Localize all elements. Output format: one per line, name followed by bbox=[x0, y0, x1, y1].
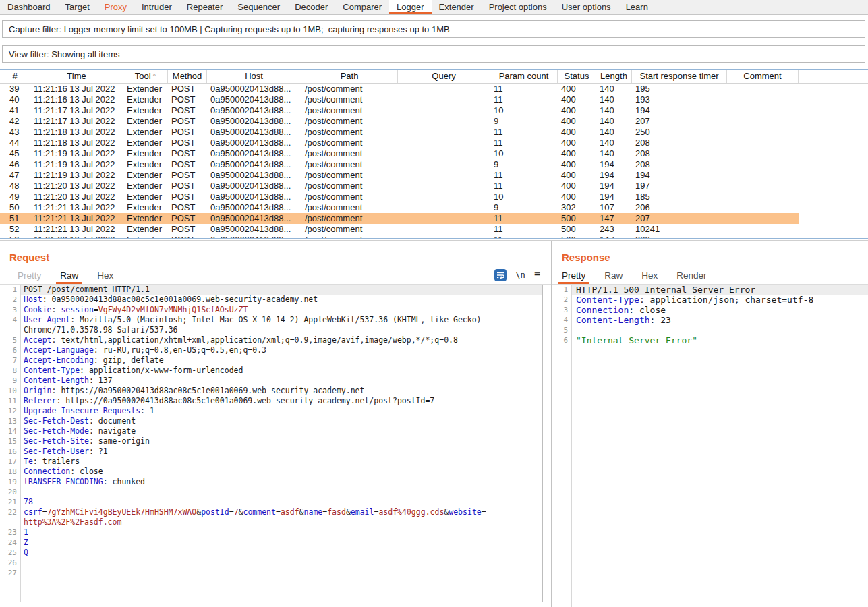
request-editor[interactable]: 1POST /post/comment HTTP/1.12Host: 0a950… bbox=[0, 285, 543, 602]
cell-time: 11:21:17 13 Jul 2022 bbox=[30, 116, 123, 127]
response-tabs: PrettyRawHexRender bbox=[552, 266, 868, 285]
response-tab-raw[interactable]: Raw bbox=[600, 268, 627, 284]
table-row[interactable]: 5011:21:21 13 Jul 2022ExtenderPOST0a9500… bbox=[0, 202, 799, 213]
column-header-path[interactable]: Path bbox=[301, 70, 398, 83]
menu-tab-decoder[interactable]: Decoder bbox=[287, 0, 335, 14]
cell-param_count: 11 bbox=[490, 138, 558, 148]
table-row[interactable]: 5211:21:21 13 Jul 2022ExtenderPOST0a9500… bbox=[0, 224, 799, 235]
request-line: 2178 bbox=[0, 497, 542, 507]
cell-tool: Extender bbox=[123, 94, 168, 105]
word-wrap-icon[interactable] bbox=[494, 269, 507, 281]
cell-comment bbox=[727, 213, 799, 224]
table-row[interactable]: 5311:21:22 13 Jul 2022ExtenderPOST0a9500… bbox=[0, 235, 799, 239]
line-number: 1 bbox=[552, 285, 571, 295]
cell-path: /post/comment bbox=[301, 84, 398, 94]
request-line: 11Referer: https://0a9500020413d88ac08c5… bbox=[0, 396, 542, 406]
menu-tab-comparer[interactable]: Comparer bbox=[335, 0, 389, 14]
menu-tab-proxy[interactable]: Proxy bbox=[97, 0, 134, 14]
cell-timer: 195 bbox=[632, 84, 727, 94]
table-row[interactable]: 4911:21:20 13 Jul 2022ExtenderPOST0a9500… bbox=[0, 192, 799, 202]
column-header-label: Param count bbox=[499, 71, 549, 81]
line-number: 9 bbox=[0, 376, 20, 386]
table-row[interactable]: 4311:21:18 13 Jul 2022ExtenderPOST0a9500… bbox=[0, 127, 799, 138]
table-row[interactable]: 4011:21:16 13 Jul 2022ExtenderPOST0a9500… bbox=[0, 94, 799, 105]
table-row[interactable]: 4511:21:19 13 Jul 2022ExtenderPOST0a9500… bbox=[0, 148, 799, 159]
cell-query bbox=[398, 159, 490, 170]
line-number: 1 bbox=[0, 285, 20, 295]
cell-comment bbox=[727, 235, 799, 239]
request-tab-pretty[interactable]: Pretty bbox=[13, 268, 45, 284]
response-tab-hex[interactable]: Hex bbox=[637, 268, 662, 284]
cell-num: 46 bbox=[0, 159, 30, 170]
menu-tab-user-options[interactable]: User options bbox=[554, 0, 618, 14]
column-header-host[interactable]: Host bbox=[207, 70, 301, 83]
table-row[interactable]: 3911:21:16 13 Jul 2022ExtenderPOST0a9500… bbox=[0, 84, 799, 94]
view-filter-bar[interactable]: View filter: Showing all items bbox=[2, 45, 865, 63]
column-header-label: Time bbox=[67, 71, 86, 81]
request-line: 12Upgrade-Insecure-Requests: 1 bbox=[0, 406, 542, 416]
line-number: 8 bbox=[0, 366, 20, 376]
table-row[interactable]: 5111:21:21 13 Jul 2022ExtenderPOST0a9500… bbox=[0, 213, 799, 224]
cell-host: 0a9500020413d88... bbox=[207, 170, 301, 181]
cell-num: 52 bbox=[0, 224, 30, 235]
response-editor[interactable]: 1HTTP/1.1 500 Internal Server Error2Cont… bbox=[552, 285, 868, 607]
table-row[interactable]: 4111:21:17 13 Jul 2022ExtenderPOST0a9500… bbox=[0, 105, 799, 116]
column-header-tool[interactable]: Tool^ bbox=[123, 70, 168, 83]
column-header-comment[interactable]: Comment bbox=[727, 70, 799, 83]
request-tab-hex[interactable]: Hex bbox=[93, 268, 117, 284]
newline-icon[interactable]: \n bbox=[515, 270, 525, 280]
column-header--[interactable]: # bbox=[0, 70, 30, 83]
cell-query bbox=[398, 170, 490, 181]
menu-tab-repeater[interactable]: Repeater bbox=[179, 0, 230, 14]
cell-length: 140 bbox=[596, 127, 632, 138]
menu-tab-logger[interactable]: Logger bbox=[389, 0, 431, 14]
cell-path: /post/comment bbox=[301, 224, 398, 235]
response-tab-pretty[interactable]: Pretty bbox=[558, 268, 589, 284]
table-row[interactable]: 4411:21:18 13 Jul 2022ExtenderPOST0a9500… bbox=[0, 138, 799, 148]
response-line-text: Content-Length: 23 bbox=[571, 315, 868, 325]
table-row[interactable]: 4211:21:17 13 Jul 2022ExtenderPOST0a9500… bbox=[0, 116, 799, 127]
request-line: 25Q bbox=[0, 548, 542, 558]
menu-tab-target[interactable]: Target bbox=[58, 0, 97, 14]
request-tab-raw[interactable]: Raw bbox=[56, 268, 82, 284]
cell-status: 302 bbox=[558, 202, 596, 213]
request-line-text: Z bbox=[20, 538, 542, 548]
menu-tab-extender[interactable]: Extender bbox=[432, 0, 482, 14]
cell-timer: 197 bbox=[632, 181, 727, 192]
column-header-start-response-timer[interactable]: Start response timer bbox=[632, 70, 727, 83]
table-row[interactable]: 4811:21:20 13 Jul 2022ExtenderPOST0a9500… bbox=[0, 181, 799, 192]
cell-method: POST bbox=[168, 213, 207, 224]
cell-timer: 193 bbox=[632, 94, 727, 105]
column-header-label: # bbox=[12, 71, 17, 81]
line-number: 7 bbox=[0, 355, 20, 366]
column-header-time[interactable]: Time bbox=[30, 70, 123, 83]
cell-host: 0a9500020413d88... bbox=[207, 181, 301, 192]
menu-tab-intruder[interactable]: Intruder bbox=[134, 0, 179, 14]
request-line-text: Accept: text/html,application/xhtml+xml,… bbox=[20, 335, 542, 345]
column-header-length[interactable]: Length bbox=[596, 70, 632, 83]
column-header-method[interactable]: Method bbox=[168, 70, 207, 83]
table-row[interactable]: 4611:21:19 13 Jul 2022ExtenderPOST0a9500… bbox=[0, 159, 799, 170]
column-header-query[interactable]: Query bbox=[398, 70, 490, 83]
line-number: 15 bbox=[0, 436, 20, 446]
menu-tab-learn[interactable]: Learn bbox=[618, 0, 656, 14]
column-header-param-count[interactable]: Param count bbox=[490, 70, 558, 83]
menu-tab-dashboard[interactable]: Dashboard bbox=[0, 0, 58, 14]
response-line: 5 bbox=[552, 325, 868, 335]
cell-comment bbox=[727, 202, 799, 213]
request-line: 17Te: trailers bbox=[0, 457, 542, 467]
table-row[interactable]: 4711:21:19 13 Jul 2022ExtenderPOST0a9500… bbox=[0, 170, 799, 181]
column-header-status[interactable]: Status bbox=[558, 70, 596, 83]
request-line-text: Content-Type: application/x-www-form-url… bbox=[20, 366, 542, 376]
menu-tab-sequencer[interactable]: Sequencer bbox=[230, 0, 287, 14]
cell-param_count: 11 bbox=[490, 127, 558, 138]
cell-length: 107 bbox=[596, 202, 632, 213]
cell-host: 0a9500020413d88... bbox=[207, 148, 301, 159]
request-line-text: 1 bbox=[20, 527, 542, 538]
cell-param_count: 11 bbox=[490, 94, 558, 105]
response-tab-render[interactable]: Render bbox=[672, 268, 710, 284]
editor-menu-icon[interactable]: ≡ bbox=[534, 269, 540, 281]
line-number: 10 bbox=[0, 386, 20, 396]
menu-tab-project-options[interactable]: Project options bbox=[482, 0, 554, 14]
capture-filter-bar[interactable]: Capture filter: Logger memory limit set … bbox=[2, 20, 865, 38]
